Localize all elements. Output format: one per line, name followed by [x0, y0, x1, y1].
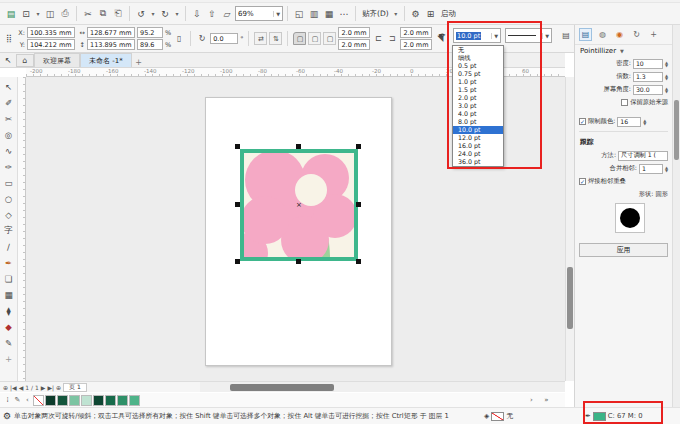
chevron-down-icon[interactable]: ▼ [491, 33, 498, 39]
spinner-icon[interactable]: ▲▼ [665, 61, 668, 67]
color-swatch[interactable] [93, 395, 104, 406]
previous-page-button[interactable]: ◀ [19, 384, 24, 391]
selection-handle-n[interactable] [296, 144, 301, 149]
method-dropdown[interactable]: 尺寸调制 1 ( [618, 151, 668, 161]
transparency-tool[interactable]: ▦ [2, 287, 16, 302]
fullscreen-preview-icon[interactable]: ◱ [292, 7, 306, 21]
outline-width-option[interactable]: 4.0 pt [453, 110, 503, 118]
open-caret-icon[interactable]: ▾ [34, 7, 42, 21]
undo-caret-icon[interactable]: ▾ [149, 7, 157, 21]
text-wrap-icon[interactable]: ▤ [560, 29, 572, 41]
rotation-field[interactable]: 0.0 [210, 33, 238, 44]
chamfered-corner-button[interactable]: ▢ [323, 32, 336, 45]
screen-angle-field[interactable]: 30.0 [633, 85, 663, 95]
outline-width-option[interactable]: 1.0 pt [453, 78, 503, 86]
limit-colors-checkbox[interactable]: ✓ [579, 118, 586, 125]
launcher-icon[interactable]: ⊞ [424, 7, 438, 21]
color-swatch[interactable] [129, 395, 140, 406]
spinner-icon[interactable]: ▲▼ [643, 119, 646, 125]
x-position-field[interactable]: 100.335 mm [27, 27, 75, 38]
density-field[interactable]: 10 [633, 59, 663, 69]
outline-width-option[interactable]: 0.75 pt [453, 70, 503, 78]
merge-adjacent-field[interactable]: 1 [639, 164, 663, 174]
outline-width-option[interactable]: 无 [453, 46, 503, 54]
snap-dropdown[interactable]: 贴齐(D) [360, 9, 391, 19]
y-position-field[interactable]: 104.212 mm [27, 39, 75, 50]
redo-caret-icon[interactable]: ▾ [173, 7, 181, 21]
gear-icon[interactable]: ⚙ [3, 411, 11, 421]
add-page-right-button[interactable]: ⊕ [56, 384, 61, 391]
dimension-tool[interactable]: ∕ [2, 239, 16, 254]
spinner-icon[interactable]: ▲▼ [665, 74, 668, 80]
object-height-field[interactable]: 113.895 mm [87, 39, 135, 50]
mirror-vertical-button[interactable]: ⇅ [269, 32, 282, 45]
pointillizer-docker-icon[interactable]: ▤ [579, 28, 592, 41]
open-folder-icon[interactable]: ⊡ [19, 7, 33, 21]
guidelines-icon[interactable]: ⋯ [337, 7, 351, 21]
corner-radius-br-field[interactable]: 2.0 mm [400, 39, 432, 50]
docker-scrollbar-thumb[interactable] [674, 100, 679, 160]
selection-handle-se[interactable] [356, 259, 361, 264]
weld-overlap-checkbox[interactable]: ✓ [579, 178, 586, 185]
palette-eyedropper-icon[interactable]: ✎ [13, 396, 22, 404]
outline-width-option[interactable]: 24.0 pt [453, 150, 503, 158]
vertical-scrollbar-thumb[interactable] [567, 267, 573, 329]
export-icon[interactable]: ⇧ [205, 7, 219, 21]
shape-preview[interactable] [615, 203, 645, 233]
crop-tool[interactable]: ✂ [2, 111, 16, 126]
outline-width-option[interactable]: 2.0 pt [453, 94, 503, 102]
chevron-down-icon[interactable]: ▼ [273, 11, 280, 17]
shadow-tool[interactable]: ❏ [2, 271, 16, 286]
selection-handle-e[interactable] [356, 202, 361, 207]
show-grid-icon[interactable]: ▦ [322, 7, 336, 21]
color-swatch[interactable] [45, 395, 56, 406]
zoom-level-combo[interactable]: 69% ▼ [235, 6, 283, 21]
selection-handle-s[interactable] [296, 259, 301, 264]
corner-radius-tr-field[interactable]: 2.0 mm [400, 27, 432, 38]
rectangle-tool[interactable]: ▭ [2, 175, 16, 190]
object-width-field[interactable]: 128.677 mm [87, 27, 135, 38]
keep-source-checkbox[interactable] [621, 99, 628, 106]
vertical-scrollbar[interactable] [565, 77, 574, 381]
artistic-media-tool[interactable]: ✑ [2, 159, 16, 174]
outline-tool[interactable]: ✎ [2, 335, 16, 350]
horizontal-scrollbar[interactable] [200, 381, 565, 392]
launch-label[interactable]: 启动 [439, 9, 458, 19]
lock-ratio-icon[interactable]: ▯ [173, 33, 185, 45]
outline-width-option[interactable]: 8.0 pt [453, 118, 503, 126]
palette-expand-all-icon[interactable]: » [542, 396, 551, 404]
scalloped-corner-button[interactable]: ▢ [308, 32, 321, 45]
polygon-tool[interactable]: ◇ [2, 207, 16, 222]
selection-handle-nw[interactable] [235, 144, 240, 149]
apply-button[interactable]: 应用 [579, 243, 668, 257]
add-page-left-button[interactable]: ⊕ [3, 384, 8, 391]
corner-radius-tl-field[interactable]: 2.0 mm [338, 27, 370, 38]
tab-welcome-screen[interactable]: 欢迎屏幕 [34, 53, 80, 67]
spinner-icon[interactable]: ▲▼ [665, 166, 668, 172]
ellipse-tool[interactable]: ○ [2, 191, 16, 206]
selected-image-object[interactable]: × [240, 149, 358, 261]
color-swatch[interactable] [69, 395, 80, 406]
print-icon[interactable]: ⎙ [58, 7, 72, 21]
docker-refresh-icon[interactable]: ↻ [630, 28, 643, 41]
outline-width-option[interactable]: 12.0 pt [453, 134, 503, 142]
new-document-icon[interactable]: ▤ [4, 7, 18, 21]
docker-scrollbar[interactable] [672, 25, 680, 407]
color-swatch[interactable] [57, 395, 68, 406]
save-icon[interactable]: ◫ [43, 7, 57, 21]
undo-icon[interactable]: ↺ [134, 7, 148, 21]
round-corner-button[interactable]: ▢ [293, 32, 306, 45]
last-page-button[interactable]: ▶| [47, 384, 54, 391]
palette-expand-icon[interactable]: › [527, 396, 536, 404]
line-style-combo[interactable]: ▼ [505, 28, 552, 43]
shape-tool[interactable]: ✐ [2, 95, 16, 110]
corner-radius-bl-field[interactable]: 2.0 mm [338, 39, 370, 50]
zoom-tool[interactable]: ◎ [2, 127, 16, 142]
outline-color-indicator[interactable] [593, 412, 606, 421]
vertical-ruler[interactable] [18, 77, 26, 381]
import-icon[interactable]: ⇩ [190, 7, 204, 21]
outline-width-option[interactable]: 36.0 pt [453, 158, 503, 166]
snap-caret-icon[interactable]: ▾ [392, 7, 400, 21]
docker-icon-3[interactable]: ◉ [613, 28, 626, 41]
shape-value[interactable]: 圆形 [655, 190, 668, 199]
